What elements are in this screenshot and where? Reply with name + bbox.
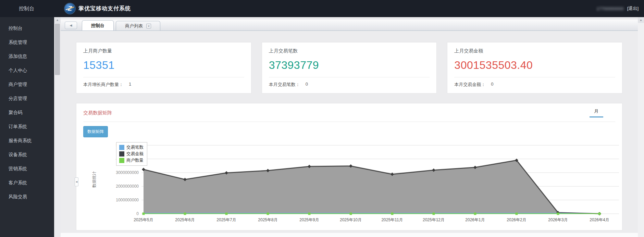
legend-label: 交易金额 [126, 151, 144, 157]
tab-label: 商户列表 [125, 23, 143, 29]
legend-item[interactable]: 交易金额 [119, 151, 144, 157]
legend-swatch-icon [119, 145, 124, 150]
sidebar-item-8[interactable]: 服务商系统 [0, 134, 54, 148]
card-footer-value: 1 [129, 82, 131, 88]
legend-swatch-icon [119, 158, 124, 163]
card-title: 上月交易金额 [454, 48, 615, 54]
sidebar-item-11[interactable]: 客户系统 [0, 176, 54, 190]
app-title: 掌优宝移动支付系统 [78, 5, 131, 12]
tab-scroll-left-button[interactable]: ◀ [65, 22, 77, 29]
svg-text:2026年4月: 2026年4月 [590, 217, 609, 222]
svg-text:3000000000: 3000000000 [116, 170, 139, 175]
svg-text:2025年5月: 2025年5月 [134, 217, 153, 222]
logout-link[interactable]: [退出] [627, 5, 639, 12]
sidebar-item-7[interactable]: 订单系统 [0, 120, 54, 134]
svg-text:2026年1月: 2026年1月 [465, 217, 485, 222]
legend-label: 交易笔数 [126, 145, 144, 150]
card-title: 上月交易笔数 [269, 48, 430, 54]
svg-text:2025年11月: 2025年11月 [381, 217, 403, 222]
card-footer-value: 0 [491, 82, 493, 88]
stat-cards-row: 上月商户数量 15351 本月增长商户数量： 1 上月交易笔数 37393779… [76, 42, 622, 93]
panel-collapse-handle[interactable]: ◀ [75, 177, 78, 186]
username-masked: 17700000000 [596, 6, 624, 11]
legend-swatch-icon [119, 151, 124, 157]
svg-text:2026年2月: 2026年2月 [507, 217, 526, 222]
sidebar-item-6[interactable]: 聚合码 [0, 105, 54, 120]
header-console-label[interactable]: 控制台 [19, 5, 60, 12]
svg-text:2025年8月: 2025年8月 [258, 217, 277, 222]
main-content: ◀ 控制台 商户列表 × 上月商户数量 15351 本月增长商户数量： [61, 17, 638, 237]
card-title: 上月商户数量 [83, 48, 244, 54]
card-transaction-count: 上月交易笔数 37393779 本月交易笔数： 0 [262, 42, 437, 93]
scrollbar-thumb[interactable] [55, 24, 60, 75]
sidebar-item-5[interactable]: 分店管理 [0, 91, 54, 105]
card-footer-value: 0 [306, 82, 308, 88]
transactions-chart: 5000000000400000000030000000002000000000… [83, 140, 615, 228]
svg-text:2025年12月: 2025年12月 [423, 217, 445, 222]
legend-label: 商户数量 [126, 158, 144, 163]
header-user-area: 17700000000 [退出] [596, 0, 639, 17]
sidebar-item-1[interactable]: 系统管理 [0, 35, 54, 49]
card-transaction-amount: 上月交易金额 3001535503.40 本月交易金额： 0 [447, 42, 622, 93]
card-value: 3001535503.40 [454, 59, 615, 72]
svg-text:1000000000: 1000000000 [116, 198, 139, 202]
sidebar-menu: 控制台系统管理添加信息个人中心商户管理分店管理聚合码订单系统服务商系统设备系统营… [0, 17, 54, 237]
sidebar-item-12[interactable]: 风险交易 [0, 190, 54, 204]
content-left-scrollbar[interactable]: ▲ [54, 17, 61, 237]
top-header: 控制台 Z 掌优宝移动支付系统 17700000000 [退出] [0, 0, 644, 17]
sidebar-item-9[interactable]: 设备系统 [0, 148, 54, 162]
svg-text:2025年9月: 2025年9月 [299, 217, 319, 222]
sidebar-item-10[interactable]: 营销系统 [0, 162, 54, 176]
tab-merchant-list[interactable]: 商户列表 × [116, 21, 160, 30]
svg-text:0: 0 [136, 211, 139, 216]
card-footer-label: 本月交易金额： [454, 82, 485, 88]
card-value: 15351 [83, 59, 244, 72]
chart-panel: 交易数据矩阵 月 数据矩阵 50000000004000000000300000… [76, 103, 622, 230]
tab-bar: ◀ 控制台 商户列表 × [61, 20, 638, 31]
app-window: 控制台 Z 掌优宝移动支付系统 17700000000 [退出] 控制台系统管理… [0, 0, 644, 237]
chart-legend: 交易笔数交易金额商户数量 [116, 142, 147, 166]
page-right-scrollbar[interactable]: ▲ [638, 17, 644, 237]
card-footer-label: 本月交易笔数： [269, 82, 300, 88]
legend-item[interactable]: 交易笔数 [119, 144, 144, 151]
svg-text:2000000000: 2000000000 [116, 184, 139, 189]
chart-panel-title: 交易数据矩阵 [83, 110, 112, 116]
svg-text:2025年10月: 2025年10月 [340, 217, 362, 222]
svg-text:2025年6月: 2025年6月 [175, 217, 195, 222]
legend-item[interactable]: 商户数量 [119, 157, 144, 164]
sidebar-item-0[interactable]: 控制台 [0, 21, 54, 35]
card-value: 37393779 [269, 59, 430, 72]
sidebar-item-4[interactable]: 商户管理 [0, 77, 54, 91]
tab-label: 控制台 [91, 23, 104, 29]
svg-text:2025年7月: 2025年7月 [216, 217, 236, 222]
period-tab-month[interactable]: 月 [590, 108, 603, 117]
app-logo-icon: Z [64, 3, 76, 14]
brand: Z 掌优宝移动支付系统 [64, 3, 131, 14]
scroll-up-icon[interactable]: ▲ [638, 17, 644, 23]
sidebar-item-3[interactable]: 个人中心 [0, 63, 54, 77]
sidebar-item-2[interactable]: 添加信息 [0, 49, 54, 63]
bottom-strip [61, 233, 638, 237]
tab-close-icon[interactable]: × [146, 24, 151, 28]
svg-text:数据统计: 数据统计 [92, 171, 97, 188]
data-matrix-button[interactable]: 数据矩阵 [83, 126, 108, 137]
card-footer-label: 本月增长商户数量： [83, 82, 123, 88]
logo-letter: Z [68, 5, 72, 12]
scroll-up-icon[interactable]: ▲ [54, 17, 61, 23]
svg-text:2026年3月: 2026年3月 [548, 217, 568, 222]
tab-console[interactable]: 控制台 [82, 20, 114, 30]
card-merchant-count: 上月商户数量 15351 本月增长商户数量： 1 [76, 42, 251, 93]
